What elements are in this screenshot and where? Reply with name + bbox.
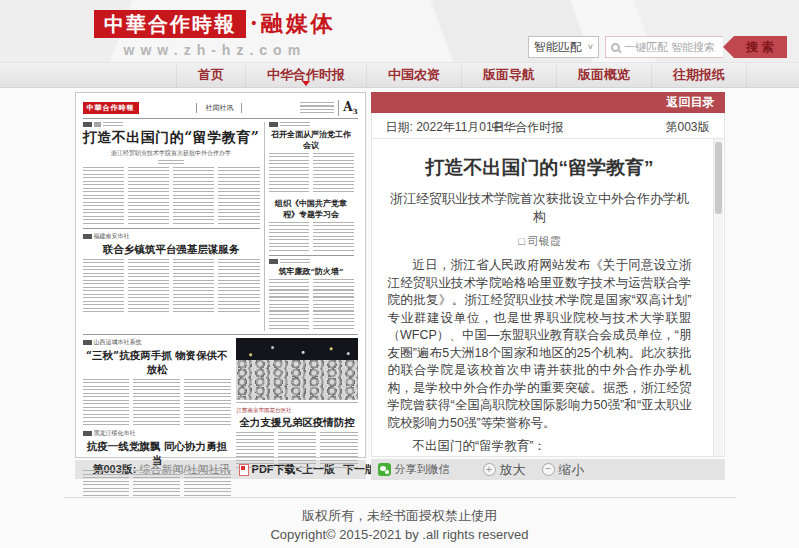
search-button[interactable]: 搜索 [723,36,787,58]
tag-icon [94,122,101,127]
placeholder-text-column [83,259,124,315]
article-reader-column: 返回目录 日期: 2022年11月01日 中华合作时报 第003版 打造不出国门… [371,92,725,480]
placeholder-text-column [218,259,259,315]
logo-suffix: ·融媒体 [250,9,336,39]
placeholder-text [300,102,334,107]
page-letter: A [343,100,352,114]
site-footer: 版权所有，未经书面授权禁止使用 Copyright© 2015-2021 by … [64,497,736,544]
photo-supply-bags [236,360,357,400]
mini-side-headline-1: 召开全面从严治党工作会议 [269,129,354,151]
mini-section-body [83,259,260,315]
back-to-contents-button[interactable]: 返回目录 [667,94,715,111]
mini-lower-region: 山西运城市社系统 “三秋”抗疫两手抓 物资保供不放松 黑龙江绥化市社 抗疫一线党… [83,338,358,496]
mini-lead-body [83,167,260,225]
mini-section-kicker: 江苏南京市雨花台区社 [236,407,357,414]
mini-section-body [83,470,232,496]
paper-name: 中华合作时报 [491,119,563,136]
placeholder-text-column [83,167,124,225]
divider [269,255,354,256]
share-wechat-button[interactable]: 分享到微信 [378,462,450,477]
placeholder-text-column [269,153,310,195]
nav-label: 首页 [198,67,224,82]
mini-bottom-left: 山西运城市社系统 “三秋”抗疫两手抓 物资保供不放松 黑龙江绥化市社 抗疫一线党… [83,338,232,496]
mini-main-column: 打造不出国门的“留学教育” 浙江经贸职业技术学院首次获批中外合作办学 福建南安市… [83,122,265,331]
nav-item-page-overview[interactable]: 版面概览 [557,63,652,87]
scrollbar-thumb[interactable] [715,142,722,214]
nav-item-zhhsb[interactable]: 中华合作时报 [246,63,367,87]
zoom-in-button[interactable]: 放大 [483,461,526,479]
mini-bottom-right: 江苏南京市雨花台区社 全力支援兄弟区疫情防控 [236,338,357,496]
site-header: 中華合作時報 ·融媒体 www.zh-hz.com 智能匹配 ˅ 搜索 [0,0,799,62]
mini-side-kicker [269,259,354,264]
page-thumbnail-column: 中華合作時報 社闻社讯 A3 [75,92,366,480]
zoom-in-label: 放大 [500,461,526,479]
news-photo [236,338,357,400]
search-field[interactable] [605,36,723,58]
tag-icon [83,122,92,127]
main-nav: 首页 中华合作时报 中国农资 版面导航 版面概览 往期报纸 [0,62,799,88]
tag-icon [83,431,92,436]
placeholder-text-column [218,167,259,225]
tag-icon [269,259,278,264]
mini-section-kicker: 福建南安市社 [83,232,260,241]
article-paragraph: 近日，浙江省人民政府网站发布《关于同意设立浙江经贸职业技术学院哈格哈里亚数字技术… [388,257,692,432]
placeholder-text-column [320,432,358,470]
article-author: □ 司银霞 [388,234,692,249]
nav-item-past-issues[interactable]: 往期报纸 [652,63,747,87]
newspaper-page-thumbnail[interactable]: 中華合作時報 社闻社讯 A3 [75,92,366,458]
mini-article-kicker [83,122,260,127]
tag-icon [83,234,92,239]
placeholder-text-column [133,470,180,496]
active-tab-indicator [302,81,310,86]
copyright-line-cn: 版权所有，未经书面授权禁止使用 [64,506,736,525]
nav-item-nongzi[interactable]: 中国农资 [367,63,462,87]
zoom-out-button[interactable]: 缩小 [542,461,585,479]
article-subtitle: 浙江经贸职业技术学院首次获批设立中外合作办学机构 [388,190,692,226]
search-input[interactable] [624,41,718,53]
content-area: 中華合作時報 社闻社讯 A3 [75,92,725,480]
placeholder-text-column [173,167,214,225]
mini-section-tab: 社闻社讯 [196,103,242,113]
placeholder-text-column [184,379,231,425]
article-title: 打造不出国门的“留学教育” [388,155,692,181]
placeholder-text-column [313,279,354,331]
mini-section-headline: 全力支援兄弟区疫情防控 [236,416,357,430]
search-mode-select[interactable]: 智能匹配 ˅ [528,36,599,58]
nav-item-home[interactable]: 首页 [176,63,246,87]
search-mode-label: 智能匹配 [534,39,582,56]
photo-city-lights [236,338,357,362]
divider [83,118,358,119]
mini-side-kicker [269,122,354,127]
search-icon [611,43,620,52]
placeholder-text [103,122,123,127]
nav-item-page-nav[interactable]: 版面导航 [462,63,557,87]
placeholder-byline [158,160,184,164]
nav-label: 中国农资 [388,67,440,82]
placeholder-text [280,259,310,264]
placeholder-text-column [128,259,169,315]
mini-side-body-2 [269,222,354,252]
mini-section-kicker: 黑龙江绥化市社 [83,429,232,438]
logo: 中華合作時報 [94,10,246,38]
font-zoom-controls: 放大 缩小 [483,461,585,479]
plus-icon [483,463,496,476]
nav-label: 往期报纸 [673,67,725,82]
scrollbar-track[interactable] [713,139,723,456]
article-content-panel: 打造不出国门的“留学教育” 浙江经贸职业技术学院首次获批设立中外合作办学机构 □… [371,139,725,457]
chevron-down-icon: ˅ [588,42,593,52]
article-date: 日期: 2022年11月01日 [386,119,505,136]
mini-section-label: 黑龙江绥化市社 [94,429,136,438]
mini-section-headline: 联合乡镇筑平台强基层谋服务 [83,243,260,257]
article-meta-row: 日期: 2022年11月01日 中华合作时报 第003版 [371,113,725,139]
nav-label: 中华合作时报 [267,67,345,82]
placeholder-text-column [133,379,180,425]
placeholder-text-column [128,167,169,225]
mini-side-headline-2: 组织《中国共产党章程》专题学习会 [269,198,354,220]
article-toolbar: 分享到微信 放大 缩小 [371,459,725,480]
photo-caption-placeholder [236,402,357,405]
mini-masthead-logo: 中華合作時報 [83,102,139,114]
placeholder-text [280,122,310,127]
mini-side-body-1 [269,153,354,195]
mini-upper-region: 打造不出国门的“留学教育” 浙江经贸职业技术学院首次获批中外合作办学 福建南安市… [83,122,358,331]
placeholder-text-column [269,279,310,331]
